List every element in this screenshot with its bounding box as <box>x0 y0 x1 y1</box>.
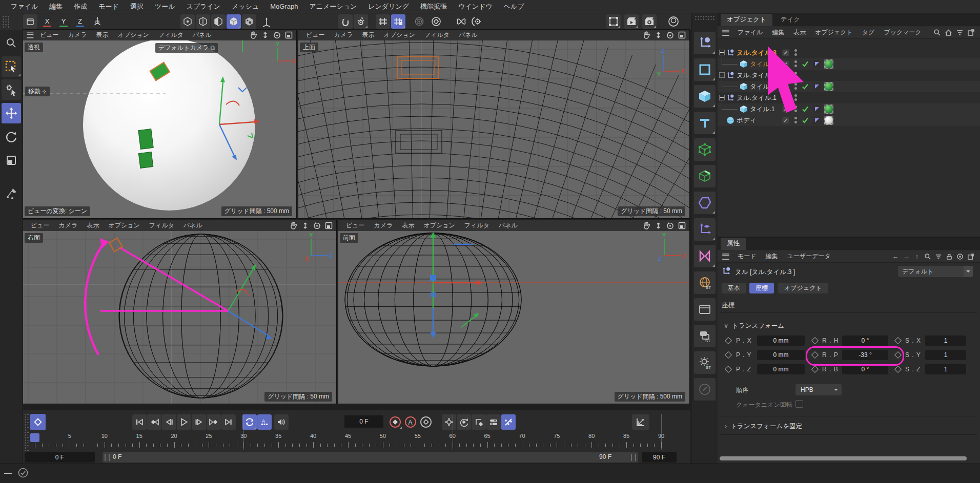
record-scale-toggle[interactable] <box>472 414 486 430</box>
cube-object-icon[interactable] <box>740 105 748 115</box>
menu-item[interactable]: アニメーション <box>303 2 362 11</box>
popout-icon[interactable] <box>966 251 976 262</box>
viewport-menu-item[interactable]: 表示 <box>357 31 379 39</box>
viewport-right-canvas[interactable]: YXZ 右面 グリッド間隔 : 50 mm <box>23 231 336 404</box>
viewport-front-canvas[interactable]: YXZ 前面 グリッド間隔 : 500 mm <box>338 231 689 404</box>
orbit-icon[interactable] <box>273 31 281 39</box>
attribute-menu-item[interactable]: 編集 <box>761 252 783 261</box>
pan-hand-icon[interactable] <box>289 221 298 230</box>
target-icon[interactable] <box>955 251 965 262</box>
object-name[interactable]: ヌル.タイル.2 <box>737 71 777 80</box>
texture-axis-mode-button[interactable] <box>694 58 716 81</box>
orbit-icon[interactable] <box>666 31 675 39</box>
object-manager-menu-item[interactable]: ファイル <box>733 28 767 37</box>
mograph-falloff-button[interactable] <box>454 14 468 29</box>
viewport-menu-item[interactable]: ビュー <box>35 31 64 39</box>
show-tracks-button[interactable]: A <box>257 414 272 430</box>
edit-enable-icon[interactable] <box>782 106 789 114</box>
pan-hand-icon[interactable] <box>642 31 651 39</box>
object-row-null-tile-2[interactable]: ヌル.タイル.2 <box>718 70 980 81</box>
rh-field[interactable]: 0 ° <box>842 335 888 346</box>
viewport-menu-item[interactable]: 表示 <box>82 221 104 230</box>
sx-field[interactable]: 1 <box>925 335 966 346</box>
viewport-menu-item[interactable]: カメラ <box>64 31 92 39</box>
filter-icon[interactable] <box>933 251 944 262</box>
enable-axis-button[interactable] <box>259 14 274 29</box>
record-rotation-toggle[interactable] <box>457 414 471 430</box>
move-tool-button[interactable] <box>2 103 21 123</box>
viewport-menu-item[interactable]: オプション <box>113 31 153 39</box>
function-curves-button[interactable] <box>632 414 649 430</box>
transform-group-header[interactable]: ∨ トランスフォーム <box>724 322 784 330</box>
record-parameters-toggle[interactable] <box>486 414 501 430</box>
undo-box-button[interactable] <box>23 14 37 29</box>
viewport-menu-item[interactable]: ビュー <box>301 31 330 39</box>
menu-item[interactable]: ツール <box>149 2 181 11</box>
viewport-perspective[interactable]: ビューカメラ表示オプションフィルタパネル <box>23 30 296 218</box>
menu-item[interactable]: 作成 <box>68 2 93 11</box>
record-pla-toggle[interactable] <box>501 414 516 430</box>
snap-settings-button[interactable] <box>354 14 368 29</box>
scale-tool-button[interactable] <box>2 150 21 171</box>
panel-menu-icon[interactable] <box>722 254 729 260</box>
menu-item[interactable]: MoGraph <box>264 3 303 10</box>
keyframe-settings-button[interactable] <box>419 414 433 430</box>
filter-icon[interactable] <box>954 28 965 38</box>
previous-frame-button[interactable] <box>162 414 176 430</box>
key-diamond-icon[interactable] <box>811 337 819 344</box>
preset-dropdown[interactable]: デフォルト <box>898 266 973 277</box>
render-settings-button[interactable] <box>642 14 657 29</box>
globe-st-icon-button[interactable]: ST <box>694 271 716 294</box>
edit-enable-icon[interactable] <box>782 83 789 92</box>
enabled-check-icon[interactable] <box>802 106 809 114</box>
key-diamond-icon[interactable] <box>811 366 819 373</box>
pan-hand-icon[interactable] <box>249 31 258 39</box>
render-view-button[interactable] <box>624 14 639 29</box>
selection-tool-button[interactable] <box>2 56 21 77</box>
phong-tag-icon[interactable] <box>813 82 821 91</box>
model-mode-button[interactable] <box>227 14 241 29</box>
timeline-ruler[interactable]: 051015202530354045505560657075808590 <box>23 433 690 450</box>
record-position-toggle[interactable] <box>442 414 456 430</box>
rotate-tool-button[interactable] <box>2 127 21 147</box>
object-axis-mode-button[interactable] <box>694 218 716 241</box>
menu-item[interactable]: モード <box>93 2 125 11</box>
tab-basic[interactable]: 基本 <box>722 283 746 293</box>
viewport-menu-item[interactable]: パネル <box>188 31 216 39</box>
range-left-grip[interactable] <box>105 454 110 461</box>
popout-icon[interactable] <box>966 28 976 38</box>
tab-objects[interactable]: オブジェクト <box>721 14 772 26</box>
viewport-front[interactable]: ビューカメラ表示オプションフィルタパネル <box>338 220 689 404</box>
end-frame-field[interactable]: 90 F <box>642 452 677 463</box>
viewport-menu-item[interactable]: ビュー <box>26 221 54 230</box>
object-manager-menu-item[interactable]: タグ <box>858 28 880 37</box>
lock-workplane-button[interactable] <box>391 14 405 29</box>
maximize-view-icon[interactable] <box>678 221 686 230</box>
polygons-mode-icon-button[interactable] <box>694 192 716 214</box>
record-keyframe-button[interactable] <box>30 414 46 430</box>
rb-field[interactable]: 0 ° <box>842 364 888 374</box>
material-tag-green[interactable] <box>824 59 833 69</box>
interactive-render-region-button[interactable] <box>412 14 426 29</box>
key-diamond-icon[interactable] <box>725 366 732 373</box>
viewport-menu-item[interactable]: カメラ <box>370 221 398 230</box>
magic-bullet-looks-button[interactable] <box>666 14 681 29</box>
viewport-menu-item[interactable]: オプション <box>104 221 144 230</box>
horizontal-scrollbar[interactable] <box>720 456 967 460</box>
cube-object-icon[interactable] <box>740 60 748 70</box>
object-row-body[interactable]: ボディ <box>718 115 980 126</box>
menu-item[interactable]: メッシュ <box>226 2 264 11</box>
texture-mode-button[interactable] <box>242 14 256 29</box>
px-field[interactable]: 0 mm <box>757 335 805 346</box>
viewport-menu-item[interactable]: パネル <box>454 31 482 39</box>
coordinate-system-button[interactable] <box>90 14 105 29</box>
visibility-dots-icon[interactable] <box>794 94 797 101</box>
viewport-menu-item[interactable]: フィルタ <box>420 31 454 39</box>
key-diamond-icon[interactable] <box>894 337 902 344</box>
tab-object[interactable]: オブジェクト <box>778 283 828 293</box>
menu-item[interactable]: ファイル <box>5 2 44 11</box>
object-manager-menu-item[interactable]: 表示 <box>789 28 810 37</box>
enable-snap-button[interactable] <box>338 14 353 29</box>
enabled-check-icon[interactable] <box>802 83 809 92</box>
menu-item[interactable]: レンダリング <box>362 2 415 11</box>
